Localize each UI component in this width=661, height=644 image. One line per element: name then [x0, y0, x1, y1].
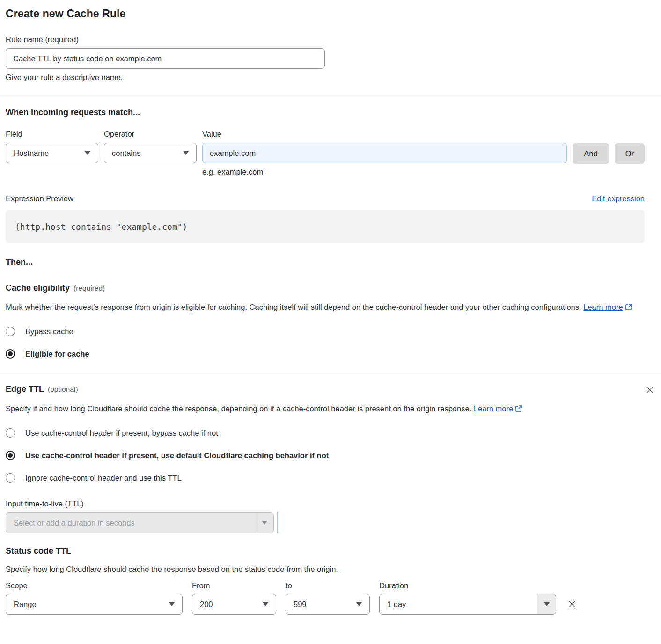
eligible-for-cache-option[interactable]: Eligible for cache — [6, 349, 655, 359]
radio-label: Use cache-control header if present, byp… — [25, 429, 218, 438]
edge-ttl-learn-more-link[interactable]: Learn more — [474, 404, 513, 413]
match-condition-row: Field Hostname Operator contains Value e… — [6, 130, 645, 176]
duration-column: Duration 1 day — [379, 581, 556, 615]
edge-ttl-options: Use cache-control header if present, byp… — [6, 428, 655, 483]
or-button-column: Or — [615, 143, 645, 164]
radio-selected-icon — [6, 349, 15, 359]
to-label: to — [286, 581, 370, 590]
section-divider — [0, 372, 661, 372]
default-caching-behavior-option[interactable]: Use cache-control header if present, use… — [6, 451, 655, 460]
to-select[interactable]: 599 — [286, 594, 370, 615]
expression-code: (http.host contains "example.com") — [15, 222, 187, 232]
cache-eligibility-heading-row: Cache eligibility (required) — [6, 283, 655, 293]
cache-eligibility-learn-more-link[interactable]: Learn more — [583, 303, 623, 311]
field-column: Field Hostname — [6, 130, 98, 163]
bypass-cache-option[interactable]: Bypass cache — [6, 327, 655, 336]
rule-name-label: Rule name (required) — [6, 35, 325, 44]
radio-label: Eligible for cache — [25, 350, 89, 359]
then-heading: Then... — [6, 257, 655, 267]
create-cache-rule-form: Create new Cache Rule Rule name (require… — [0, 0, 661, 615]
to-select-value: 599 — [294, 600, 307, 609]
page-title: Create new Cache Rule — [6, 7, 655, 20]
cache-eligibility-options: Bypass cache Eligible for cache — [6, 327, 655, 359]
ignore-header-use-ttl-option[interactable]: Ignore cache-control header and use this… — [6, 473, 655, 483]
select-arrow-section — [537, 594, 556, 614]
from-select[interactable]: 200 — [192, 594, 276, 615]
value-input[interactable] — [202, 143, 567, 163]
delete-icon — [566, 604, 578, 611]
operator-label: Operator — [104, 130, 197, 139]
expression-preview-header: Expression Preview Edit expression — [6, 194, 645, 203]
radio-icon — [6, 473, 15, 483]
chevron-down-icon — [85, 151, 90, 155]
required-tag: (required) — [73, 284, 105, 293]
close-edge-ttl-button[interactable] — [644, 384, 655, 395]
edge-ttl-description: Specify if and how long Cloudflare shoul… — [6, 402, 525, 416]
chevron-down-icon — [544, 602, 550, 606]
bypass-if-no-header-option[interactable]: Use cache-control header if present, byp… — [6, 428, 655, 438]
operator-select[interactable]: contains — [104, 143, 197, 163]
focus-indicator — [277, 512, 278, 533]
ttl-input-row: Select or add a duration in seconds — [6, 512, 655, 533]
chevron-down-icon — [183, 151, 189, 155]
scope-column: Scope Range — [6, 581, 183, 615]
field-select-value: Hostname — [14, 149, 49, 158]
chevron-down-icon — [169, 602, 175, 606]
cache-eligibility-heading: Cache eligibility — [6, 283, 70, 293]
rule-name-input[interactable] — [6, 48, 325, 69]
from-select-value: 200 — [200, 600, 213, 609]
status-code-ttl-heading: Status code TTL — [6, 546, 655, 556]
select-arrow-section — [255, 513, 273, 533]
radio-selected-icon — [6, 451, 15, 460]
chevron-down-icon — [262, 521, 267, 525]
value-column: Value e.g. example.com — [202, 130, 567, 176]
section-divider — [0, 95, 661, 95]
scope-select[interactable]: Range — [6, 594, 183, 615]
match-heading: When incoming requests match... — [6, 108, 655, 117]
expression-preview-label: Expression Preview — [6, 194, 73, 203]
field-label: Field — [6, 130, 98, 139]
ttl-duration-placeholder: Select or add a duration in seconds — [14, 519, 135, 527]
remove-row-column — [566, 594, 579, 615]
operator-select-value: contains — [112, 149, 140, 158]
status-code-ttl-row: Scope Range From 200 to 599 Duration 1 d… — [6, 581, 655, 615]
expression-preview-box: (http.host contains "example.com") — [6, 210, 645, 243]
duration-label: Duration — [379, 581, 556, 590]
to-column: to 599 — [286, 581, 370, 615]
duration-select[interactable]: 1 day — [379, 594, 556, 615]
external-link-icon — [515, 403, 522, 416]
rule-name-section: Rule name (required) Give your rule a de… — [6, 35, 325, 82]
edge-ttl-heading-row: Edge TTL (optional) — [6, 384, 655, 395]
remove-status-ttl-button[interactable] — [566, 598, 579, 611]
radio-label: Bypass cache — [25, 327, 73, 336]
edge-ttl-heading: Edge TTL — [6, 384, 44, 394]
radio-icon — [6, 327, 15, 336]
and-button[interactable]: And — [573, 143, 609, 164]
value-help: e.g. example.com — [202, 168, 567, 176]
cache-eligibility-description: Mark whether the request’s response from… — [6, 300, 635, 315]
radio-label: Ignore cache-control header and use this… — [25, 474, 182, 483]
from-label: From — [192, 581, 276, 590]
operator-column: Operator contains — [104, 130, 197, 163]
duration-select-value: 1 day — [387, 600, 406, 609]
chevron-down-icon — [356, 602, 362, 606]
external-link-icon — [625, 301, 632, 315]
close-icon — [645, 389, 654, 396]
status-code-ttl-description: Specify how long Cloudflare should cache… — [6, 563, 655, 576]
rule-name-help: Give your rule a descriptive name. — [6, 73, 325, 82]
or-button[interactable]: Or — [615, 143, 645, 164]
chevron-down-icon — [263, 602, 268, 606]
edit-expression-link[interactable]: Edit expression — [592, 194, 645, 203]
ttl-duration-select[interactable]: Select or add a duration in seconds — [6, 512, 274, 533]
scope-select-value: Range — [14, 600, 37, 609]
radio-icon — [6, 428, 15, 438]
radio-label: Use cache-control header if present, use… — [25, 451, 329, 460]
field-select[interactable]: Hostname — [6, 143, 98, 163]
and-button-column: And — [573, 143, 609, 164]
ttl-input-label: Input time-to-live (TTL) — [6, 499, 655, 508]
value-label: Value — [202, 130, 567, 139]
scope-label: Scope — [6, 581, 183, 590]
optional-tag: (optional) — [48, 385, 78, 394]
from-column: From 200 — [192, 581, 276, 615]
